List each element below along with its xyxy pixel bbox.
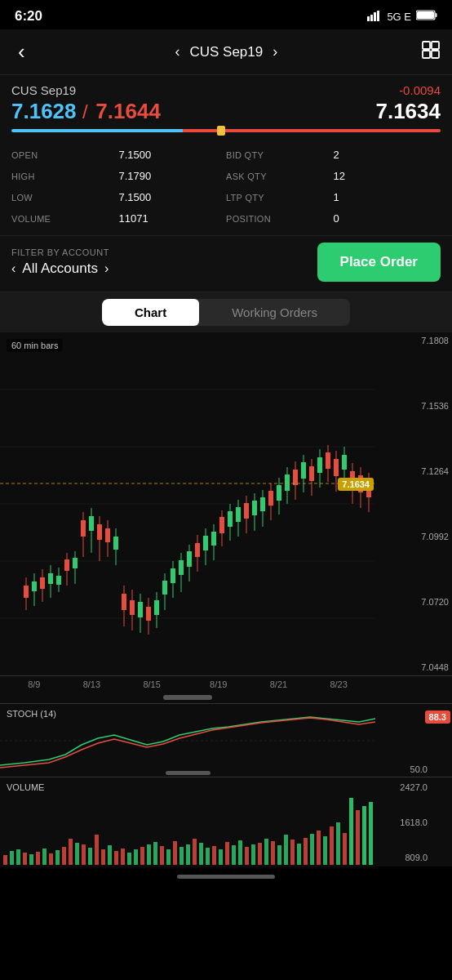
status-icons: 5G E	[367, 10, 437, 24]
svg-rect-126	[127, 853, 131, 865]
y-axis-label-1: 7.1808	[400, 336, 449, 345]
svg-rect-72	[244, 503, 249, 519]
svg-rect-136	[193, 839, 197, 865]
prev-instrument-button[interactable]: ‹	[175, 43, 179, 60]
account-selector[interactable]: ‹ All Accounts ›	[11, 261, 109, 277]
high-label-cell: HIGH	[11, 167, 119, 185]
svg-rect-36	[97, 524, 102, 540]
svg-rect-90	[317, 457, 322, 473]
price-header: CUS Sep19 -0.0094 7.1628 / 7.1644 7.1634	[0, 75, 452, 139]
svg-rect-46	[138, 602, 143, 617]
vol-axis-3: 809.0	[379, 853, 428, 862]
svg-rect-163	[369, 802, 373, 865]
svg-rect-128	[140, 847, 144, 865]
svg-rect-86	[301, 462, 306, 479]
back-button[interactable]: ‹	[11, 36, 32, 68]
date-label-2: 8/13	[83, 679, 100, 689]
svg-rect-148	[271, 841, 275, 865]
stoch-current-badge: 88.3	[425, 710, 450, 724]
network-label: 5G E	[387, 11, 411, 23]
svg-rect-160	[349, 798, 353, 865]
svg-rect-64	[211, 532, 216, 546]
svg-rect-117	[69, 839, 73, 865]
volume-panel: VOLUME	[0, 777, 452, 866]
current-price-badge: 7.1634	[338, 478, 374, 491]
horizontal-scroll-handle-container[interactable]	[0, 693, 375, 703]
stoch-axis: 50.0	[375, 704, 431, 777]
svg-rect-146	[258, 843, 262, 865]
stoch-scroll-handle[interactable]	[166, 771, 210, 775]
svg-rect-135	[186, 844, 190, 865]
tab-chart[interactable]: Chart	[102, 299, 199, 326]
volume-label-cell: VOLUME	[11, 209, 119, 227]
filter-by-account-label: FILTER BY ACCOUNT	[11, 247, 109, 257]
svg-rect-58	[187, 551, 192, 567]
svg-rect-92	[326, 452, 330, 469]
bid-price: 7.1628	[11, 99, 77, 123]
svg-rect-140	[219, 849, 223, 865]
ask-qty-label: ASK QTY	[226, 172, 267, 181]
svg-rect-82	[285, 474, 290, 491]
instrument-title: CUS Sep19	[189, 44, 263, 60]
grid-view-button[interactable]	[421, 40, 441, 64]
svg-rect-50	[154, 600, 159, 615]
place-order-button[interactable]: Place Order	[317, 243, 441, 282]
svg-rect-153	[304, 838, 308, 865]
tab-container: Chart Working Orders	[102, 299, 350, 326]
svg-rect-3	[377, 11, 379, 21]
svg-rect-158	[336, 822, 340, 865]
svg-rect-121	[95, 835, 99, 865]
filter-order-row: FILTER BY ACCOUNT ‹ All Accounts › Place…	[0, 236, 452, 292]
open-label-cell: OPEN	[11, 145, 119, 163]
next-instrument-button[interactable]: ›	[273, 43, 277, 60]
svg-rect-6	[436, 13, 437, 17]
svg-rect-34	[89, 516, 94, 531]
open-value: 7.1500	[119, 149, 157, 161]
position-value: 0	[334, 212, 344, 225]
svg-rect-152	[297, 844, 301, 865]
date-axis-container: 8/9 8/13 8/15 8/19 8/21 8/23	[0, 675, 452, 693]
home-indicator	[177, 875, 275, 879]
account-name: All Accounts	[22, 261, 98, 277]
next-account-button[interactable]: ›	[104, 261, 109, 276]
volume-panel-label: VOLUME	[7, 782, 44, 792]
horizontal-scroll-handle[interactable]	[163, 695, 212, 700]
svg-rect-60	[195, 543, 200, 557]
svg-rect-154	[310, 834, 314, 865]
low-value-cell: 7.1500	[119, 188, 227, 206]
candlestick-chart	[0, 332, 375, 675]
svg-rect-141	[225, 842, 229, 865]
svg-rect-96	[342, 455, 347, 470]
chart-canvas-area[interactable]: 60 min bars	[0, 332, 375, 675]
bid-qty-label-cell: BID QTY	[226, 145, 334, 163]
stoch-label: STOCH (14)	[7, 709, 56, 719]
date-label-5: 8/21	[270, 679, 287, 689]
svg-rect-62	[203, 536, 208, 550]
svg-rect-150	[284, 835, 288, 865]
chart-tab-bar: Chart Working Orders	[0, 292, 452, 332]
price-change: -0.0094	[399, 83, 441, 97]
svg-rect-24	[48, 573, 53, 584]
svg-rect-66	[219, 517, 224, 533]
svg-rect-120	[88, 848, 92, 865]
high-label: HIGH	[11, 172, 35, 181]
stoch-scroll-handle-container[interactable]	[0, 771, 375, 775]
filter-left: FILTER BY ACCOUNT ‹ All Accounts ›	[11, 247, 109, 277]
top-nav: ‹ ‹ CUS Sep19 ›	[0, 29, 452, 75]
nav-center: ‹ CUS Sep19 ›	[175, 43, 277, 60]
stoch-panel: STOCH (14) 50.0 88.3	[0, 703, 452, 777]
svg-rect-30	[73, 558, 78, 568]
svg-rect-142	[232, 845, 236, 865]
position-label-cell: POSITION	[226, 209, 334, 227]
svg-rect-151	[290, 840, 295, 865]
tab-working-orders[interactable]: Working Orders	[199, 299, 350, 326]
y-axis-label-3: 7.1264	[400, 466, 449, 476]
svg-rect-118	[75, 843, 79, 865]
svg-rect-147	[264, 839, 268, 865]
svg-rect-113	[42, 849, 47, 865]
svg-rect-80	[277, 485, 281, 501]
open-value-cell: 7.1500	[119, 145, 227, 163]
main-chart-wrapper: 60 min bars	[0, 332, 452, 866]
volume-axis: 2427.0 1618.0 809.0	[375, 777, 431, 867]
prev-account-button[interactable]: ‹	[11, 261, 16, 276]
